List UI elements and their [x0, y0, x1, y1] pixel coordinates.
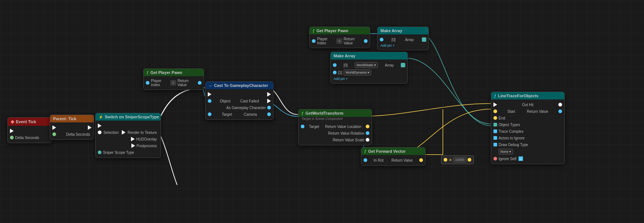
- cast-fail: [267, 99, 271, 103]
- ma2-pin1: [1] WorldDynamic ▾: [331, 69, 407, 76]
- ma2-add-pin[interactable]: Add pin +: [331, 76, 407, 81]
- ma2-title: Make Array: [334, 54, 355, 58]
- lt-end: End: [491, 115, 564, 121]
- selection-dot: [98, 131, 101, 134]
- mult-in-dot: [444, 158, 447, 162]
- post-exec: [131, 143, 135, 148]
- lt-title: LineTraceForObjects: [498, 94, 538, 98]
- gfv-header: ƒ Get Forward Vector: [361, 148, 425, 155]
- func-icon-2: ƒ: [313, 29, 315, 33]
- delta-seconds-pin: Delta Seconds: [8, 134, 51, 141]
- get-player-pawn-2-title: Get Player Pawn: [317, 28, 348, 33]
- gwt-header: ƒ GetWorldTransform: [299, 109, 372, 117]
- get-player-pawn-2-header: ƒ Get Player Pawn: [310, 27, 370, 34]
- mult-label: ✕: [449, 158, 452, 162]
- lt-ignore-self: Ignore Self ✓: [491, 155, 564, 162]
- gwt-scale: Return Value Scale: [299, 136, 372, 143]
- gwt-loc-dot: [366, 125, 369, 128]
- func-icon-4: ƒ: [364, 149, 366, 153]
- pi2-dot: [312, 39, 316, 43]
- make-array-1-node: Make Array [0] Array Add pin +: [377, 27, 429, 50]
- func-icon-5: ƒ: [494, 94, 496, 98]
- lt-obj-types: Object Types: [491, 121, 564, 128]
- get-world-transform-node: ƒ GetWorldTransform Target is Scene Comp…: [298, 109, 372, 145]
- render-exec: [122, 130, 125, 135]
- pi2-value[interactable]: 0: [337, 38, 342, 44]
- delta-seconds-label: Delta Seconds: [14, 136, 41, 140]
- pi-dot: [146, 81, 149, 85]
- parent-tick-title: Parent: Tick: [53, 116, 76, 121]
- exec-in: [52, 125, 56, 130]
- gwt-subtitle: Target is Scene Component: [299, 117, 372, 121]
- hud-exec: [131, 137, 135, 141]
- world-static-dropdown[interactable]: WorldStatic ▾: [355, 62, 378, 68]
- event-tick-node: ◆ Event Tick Delta Seconds: [7, 117, 52, 143]
- debug-none-dropdown[interactable]: None ▾: [499, 149, 513, 155]
- pi-value[interactable]: 0: [171, 80, 176, 85]
- ma1-add-pin[interactable]: Add pin +: [378, 43, 428, 48]
- rv2-dot: [364, 39, 368, 43]
- lt-tc-dot: [493, 129, 497, 133]
- switch-title: Switch on SniperScopeType: [105, 115, 159, 119]
- get-player-pawn-1-header: ƒ Get Player Pawn: [144, 69, 204, 76]
- hud-row: HUDOverlay: [96, 136, 161, 142]
- lt-dbg-dot: [493, 143, 497, 146]
- lt-actors: Actors to Ignore: [491, 135, 564, 141]
- gfv-title: Get Forward Vector: [368, 149, 406, 153]
- gwt-target-dot: [301, 125, 304, 128]
- gfv-out-dot: [419, 158, 423, 162]
- as-gameplay-row: As Gameplay Character: [206, 104, 273, 111]
- lt-debug-val: None ▾: [491, 148, 564, 155]
- gwt-scale-dot: [366, 138, 369, 142]
- cast-exec-row: [206, 91, 273, 98]
- exec-out-pin: [8, 128, 51, 134]
- exec-out: [88, 125, 92, 130]
- func-icon-1: ƒ: [147, 71, 149, 75]
- get-player-pawn-2-node: ƒ Get Player Pawn Player Index 0 Return …: [309, 27, 370, 48]
- cast-exec-out: [267, 92, 271, 97]
- ds-in: [52, 132, 56, 136]
- multiply-box: ✕ 10000: [441, 155, 474, 164]
- sniper-type-row: Sniper Scope Type: [96, 149, 161, 156]
- lt-exec-in: [493, 102, 497, 107]
- lt-rv-dot: [558, 109, 562, 113]
- gwt-title: GetWorldTransform: [306, 111, 344, 115]
- get-forward-vector-node: ƒ Get Forward Vector In Rot Return Value: [361, 147, 426, 166]
- switch-exec: [96, 122, 161, 129]
- gfv-in-dot: [364, 158, 367, 162]
- switch-sniper-node: ⚡ Switch on SniperScopeType Selection Re…: [95, 113, 161, 158]
- cast-object-row: Object Cast Failed: [206, 98, 273, 104]
- ma2-0-dot: [333, 63, 337, 67]
- target-dot: [208, 112, 211, 116]
- gwt-target: Target Return Value Location: [299, 123, 372, 130]
- lt-start-dot: [493, 109, 497, 113]
- as-gp-dot: [267, 106, 271, 109]
- lt-exec: Out Hit: [491, 101, 564, 108]
- parent-tick-node: Parent: Tick Delta Seconds: [50, 115, 94, 140]
- pawn2-player-index: Player Index 0 Return Value: [310, 36, 370, 46]
- lt-hit-dot: [558, 103, 562, 107]
- lt-actors-dot: [493, 136, 497, 140]
- event-tick-header: ◆ Event Tick: [8, 118, 51, 126]
- parent-tick-header: Parent: Tick: [50, 115, 94, 122]
- diamond-icon: ◆: [11, 119, 14, 124]
- world-dynamic-dropdown[interactable]: WorldDynamic ▾: [344, 70, 371, 75]
- post-row: Postprocess: [96, 142, 161, 149]
- parent-exec-pins: [50, 124, 94, 131]
- exec-out-icon: [10, 129, 14, 133]
- lt-trace-complex: Trace Complex: [491, 128, 564, 135]
- ma2-pin0: [0] WorldStatic ▾ Array: [331, 61, 407, 69]
- lt-header: ƒ LineTraceForObjects: [491, 92, 564, 99]
- ma1-0-dot: [380, 38, 383, 41]
- lt-end-dot: [493, 116, 497, 120]
- make-array-2-header: Make Array: [331, 52, 407, 60]
- mult-value[interactable]: 10000: [453, 157, 466, 162]
- cast-title: Cast To GameplayCharacter: [214, 83, 268, 88]
- switch-sniper-header: ⚡ Switch on SniperScopeType: [96, 113, 161, 121]
- line-trace-node: ƒ LineTraceForObjects Out Hit Start Retu…: [491, 92, 565, 164]
- get-player-pawn-1-node: ƒ Get Player Pawn Player Index 0 Return …: [143, 68, 204, 90]
- ignore-self-checkbox[interactable]: ✓: [519, 156, 523, 161]
- event-tick-title: Event Tick: [16, 119, 36, 124]
- sniper-type-dot: [98, 151, 101, 154]
- ma2-1-dot: [333, 71, 337, 74]
